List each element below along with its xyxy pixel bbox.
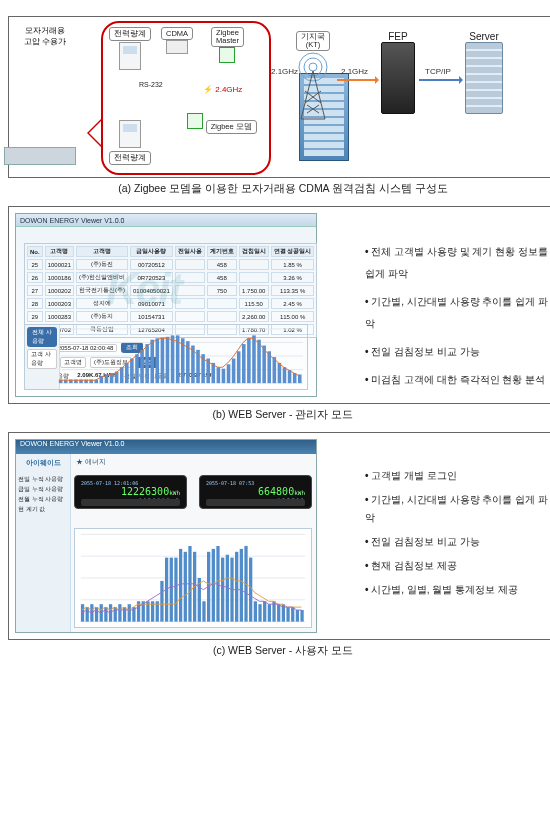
- progress-bar-icon: [206, 499, 305, 506]
- svg-rect-25: [145, 344, 149, 383]
- meter-icon: [119, 120, 141, 148]
- svg-rect-53: [288, 370, 292, 383]
- svg-rect-46: [252, 335, 256, 383]
- svg-rect-89: [212, 549, 215, 622]
- user-panel: DOWON ENERGY Viewer V1.0.0 아이웨이드 전일 누적 사…: [8, 432, 550, 640]
- bullet-item: 기간별, 시간대별 사용량 추이를 쉽게 파악: [365, 291, 550, 335]
- svg-rect-52: [283, 367, 287, 383]
- building-label: 모자거래용고압 수용가: [11, 25, 79, 47]
- callout-bubble: 전력량계 CDMA ZigbeeMaster RS-232 ⚡ 2.4GHz Z…: [101, 21, 271, 175]
- svg-rect-94: [235, 552, 238, 622]
- side-stats: 전일 누적 사용량 금일 누적 사용량 전월 누적 사용량 현 계기 값: [18, 474, 68, 514]
- watermark: Keit: [106, 264, 181, 314]
- bullet-item: 미검침 고객에 대한 즉각적인 현황 분석: [365, 369, 550, 391]
- zigbee-rf-icon: ⚡ 2.4GHz: [203, 85, 242, 94]
- progress-bar-icon: [81, 499, 180, 506]
- caption-b: (b) WEB Server - 관리자 모드: [8, 408, 550, 422]
- caption-c: (c) WEB Server - 사용자 모드: [8, 644, 550, 658]
- svg-rect-22: [130, 359, 134, 384]
- svg-point-2: [309, 63, 317, 71]
- svg-rect-80: [170, 558, 173, 622]
- server-rack-icon: [465, 42, 503, 114]
- svg-rect-101: [268, 604, 271, 621]
- svg-rect-45: [247, 338, 251, 383]
- svg-rect-44: [242, 344, 246, 383]
- svg-rect-47: [257, 340, 261, 383]
- arrow-icon: [337, 79, 377, 81]
- zb-master-label: ZigbeeMaster: [211, 27, 244, 47]
- svg-rect-23: [135, 354, 139, 383]
- zigbee-modem-icon: [187, 113, 203, 129]
- svg-rect-107: [296, 610, 299, 622]
- admin-bullets: 전체 고객별 사용량 및 계기 현황 정보를 쉽게 파악기간별, 시간대별 사용…: [325, 235, 550, 397]
- svg-rect-51: [278, 363, 282, 383]
- fep-node: FEP: [381, 31, 415, 114]
- svg-rect-105: [286, 607, 289, 622]
- svg-rect-99: [258, 604, 261, 621]
- meter-top-label: 전력량계: [109, 27, 151, 41]
- window-titlebar: DOWON ENERGY Viewer V1.0.0: [16, 440, 316, 454]
- user-bullets: 고객별 개별 로그인기간별, 시간대별 사용량 추이를 쉽게 파악전일 검침정보…: [325, 461, 550, 605]
- bullet-item: 전일 검침정보 비교 가능: [365, 341, 550, 363]
- svg-rect-66: [104, 607, 107, 622]
- bullet-item: 전체 고객별 사용량 및 계기 현황 정보를 쉽게 파악: [365, 241, 550, 285]
- tcpip-label: TCP/IP: [425, 67, 451, 76]
- admin-screenshot: DOWON ENERGY Viewer V1.0.0 Keit No.고객명고객…: [15, 213, 317, 397]
- bullet-item: 기간별, 시간대별 사용량 추이를 쉽게 파악: [365, 491, 550, 527]
- svg-rect-27: [156, 338, 160, 383]
- svg-rect-68: [114, 607, 117, 622]
- svg-rect-42: [232, 359, 236, 384]
- svg-rect-41: [227, 364, 231, 383]
- svg-rect-87: [202, 601, 205, 621]
- meter-icon: [119, 42, 141, 70]
- zb-modem-label: Zigbee 모뎀: [206, 120, 257, 134]
- usage-chart: 전체 사용량 고객 사용량: [24, 324, 308, 390]
- svg-rect-28: [161, 338, 165, 384]
- meter-display-right: 2055-07-18 07:53 664800kWh 138800: [199, 475, 312, 509]
- svg-rect-81: [174, 558, 177, 622]
- bullet-item: 현재 검침정보 제공: [365, 557, 550, 575]
- svg-rect-29: [166, 337, 170, 383]
- svg-rect-50: [273, 357, 277, 383]
- cdma-modem-icon: [166, 40, 188, 54]
- svg-rect-21: [125, 363, 129, 383]
- building-icon: [15, 59, 76, 165]
- arrow-icon: [419, 79, 461, 81]
- svg-rect-62: [86, 607, 89, 622]
- window-titlebar: DOWON ENERGY Viewer V1.0.0: [16, 214, 316, 227]
- svg-rect-100: [263, 601, 266, 621]
- server-node: Server: [465, 31, 503, 114]
- svg-point-1: [304, 58, 322, 76]
- svg-rect-43: [237, 351, 241, 383]
- meter-bottom-label: 전력량계: [109, 151, 151, 165]
- svg-rect-106: [291, 607, 294, 622]
- svg-rect-70: [123, 607, 126, 622]
- svg-rect-78: [160, 581, 163, 622]
- svg-rect-71: [128, 604, 131, 621]
- breadcrumb: ★ 에너지: [76, 457, 310, 467]
- fep-server-icon: [381, 42, 415, 114]
- svg-rect-26: [150, 340, 154, 383]
- sidebar: 아이웨이드 전일 누적 사용량 금일 누적 사용량 전월 누적 사용량 현 계기…: [16, 454, 71, 632]
- bullet-item: 전일 검침정보 비교 가능: [365, 533, 550, 551]
- chart-tab[interactable]: 고객 사용량: [27, 349, 57, 369]
- admin-panel: DOWON ENERGY Viewer V1.0.0 Keit No.고객명고객…: [8, 206, 550, 404]
- user-screenshot: DOWON ENERGY Viewer V1.0.0 아이웨이드 전일 누적 사…: [15, 439, 317, 633]
- bullet-item: 시간별, 일별, 월별 통계정보 제공: [365, 581, 550, 599]
- svg-rect-64: [95, 607, 98, 622]
- chart-tab[interactable]: 전체 사용량: [27, 327, 57, 347]
- svg-rect-82: [179, 549, 182, 622]
- usage-chart: [74, 528, 312, 628]
- zigbee-master-icon: [219, 47, 235, 63]
- base-station-icon: 기지국(KT): [293, 31, 333, 121]
- svg-rect-98: [254, 601, 257, 621]
- svg-rect-83: [184, 552, 187, 622]
- svg-rect-39: [217, 367, 221, 383]
- svg-rect-103: [277, 604, 280, 621]
- caption-a: (a) Zigbee 모뎀을 이용한 모자거래용 CDMA 원격검침 시스템 구…: [8, 182, 550, 196]
- meter-display-left: 2055-07-18 12:01:06 12226300kWh 0039555.…: [74, 475, 187, 509]
- system-diagram: 모자거래용고압 수용가 전력량계 CDMA ZigbeeMaster RS-23…: [8, 16, 550, 178]
- svg-rect-91: [221, 558, 224, 622]
- svg-rect-30: [171, 335, 175, 383]
- svg-rect-24: [140, 350, 144, 383]
